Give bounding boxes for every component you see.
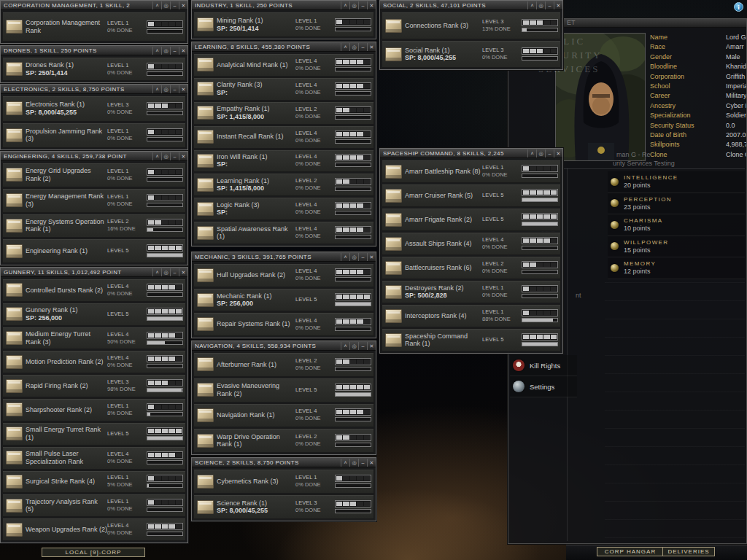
skill-row[interactable]: Amarr Frigate Rank (2) LEVEL 5	[382, 208, 561, 231]
close-icon[interactable]: ✕	[179, 1, 187, 9]
skill-row[interactable]: Controlled Bursts Rank (2) LEVEL 4 0% DO…	[2, 279, 186, 302]
skill-row[interactable]: Gunnery Rank (1) SP: 256,000 LEVEL 5	[2, 303, 186, 326]
skill-row[interactable]: Mechanic Rank (1) SP: 256,000 LEVEL 5	[193, 288, 374, 312]
skill-row[interactable]: Warp Drive Operation Rank (1) LEVEL 2 0%…	[193, 428, 374, 453]
window-titlebar[interactable]: SCIENCE, 2 SKILLS, 8,750 POINTS ˄◎–✕	[192, 458, 376, 467]
skill-row[interactable]: Social Rank (1) SP: 8,000/45,255 LEVEL 3…	[382, 40, 561, 68]
pin-icon[interactable]: ◎	[161, 85, 170, 93]
skill-row[interactable]: Amarr Cruiser Rank (5) LEVEL 5	[382, 184, 561, 207]
skill-row[interactable]: Energy Management Rank (3) LEVEL 1 0% DO…	[2, 188, 186, 213]
skill-row[interactable]: Learning Rank (1) SP: 1,415/8,000 LEVEL …	[193, 173, 374, 196]
pin-icon[interactable]: ◎	[349, 342, 358, 350]
close-icon[interactable]: ✕	[367, 43, 376, 51]
roll-up-icon[interactable]: ˄	[152, 1, 161, 9]
window-titlebar[interactable]: GUNNERY, 11 SKILLS, 1,012,492 POINT ˄◎–✕	[1, 268, 187, 277]
skill-row[interactable]: Destroyers Rank (2) SP: 500/2,828 LEVEL …	[382, 280, 561, 303]
close-icon[interactable]: ✕	[179, 268, 187, 276]
close-icon[interactable]: ✕	[554, 1, 562, 9]
skill-row[interactable]: Afterburner Rank (1) LEVEL 2 0% DONE	[193, 352, 374, 377]
skill-row[interactable]: Interceptors Rank (4) LEVEL 1 88% DONE	[382, 304, 561, 327]
window-titlebar[interactable]: DRONES, 1 SKILL, 250 POINTS ˄◎–✕	[1, 46, 187, 55]
skill-row[interactable]: Logic Rank (3) SP: LEVEL 4 0% DONE	[193, 197, 374, 220]
minimize-icon[interactable]: –	[358, 253, 367, 261]
minimize-icon[interactable]: –	[358, 43, 367, 51]
skill-row[interactable]: Clarity Rank (3) SP: LEVEL 4 0% DONE	[193, 77, 374, 101]
skill-row[interactable]: Sharpshooter Rank (2) LEVEL 1 8% DONE	[2, 398, 186, 421]
pin-icon[interactable]: ◎	[536, 149, 545, 158]
minimize-icon[interactable]: –	[170, 47, 179, 55]
window-titlebar[interactable]: LEARNING, 8 SKILLS, 455,380 POINTS ˄◎–✕	[192, 42, 376, 52]
pin-icon[interactable]: ◎	[536, 1, 545, 9]
skill-row[interactable]: Small Pulse Laser Specialization Rank LE…	[2, 446, 186, 470]
roll-up-icon[interactable]: ˄	[152, 85, 161, 93]
skill-row[interactable]: Spatial Awareness Rank (1) LEVEL 4 0% DO…	[193, 221, 374, 244]
skill-row[interactable]: Iron Will Rank (1) SP: LEVEL 4 0% DONE	[193, 149, 374, 173]
minimize-icon[interactable]: –	[170, 1, 179, 9]
roll-up-icon[interactable]: ˄	[341, 459, 349, 467]
close-icon[interactable]: ✕	[367, 1, 376, 9]
deliveries-button[interactable]: DELIVERIES	[662, 547, 715, 556]
skill-row[interactable]: Rapid Firing Rank (2) LEVEL 3 98% DONE	[2, 374, 186, 397]
minimize-icon[interactable]: –	[170, 85, 179, 93]
close-icon[interactable]: ✕	[367, 253, 376, 261]
skill-row[interactable]: Navigation Rank (1) LEVEL 4 0% DONE	[193, 403, 374, 428]
skill-row[interactable]: Corporation Management Rank LEVEL 1 0% D…	[2, 12, 186, 42]
close-icon[interactable]: ✕	[179, 85, 187, 93]
roll-up-icon[interactable]: ˄	[341, 342, 349, 350]
pin-icon[interactable]: ◎	[161, 1, 170, 9]
roll-up-icon[interactable]: ˄	[341, 1, 349, 9]
skill-row[interactable]: Engineering Rank (1) LEVEL 5	[2, 238, 186, 263]
pin-icon[interactable]: ◎	[349, 459, 358, 467]
skill-row[interactable]: Assault Ships Rank (4) LEVEL 4 0% DONE	[382, 232, 561, 255]
close-icon[interactable]: ✕	[367, 342, 376, 350]
window-titlebar[interactable]: NAVIGATION, 4 SKILLS, 558,934 POINTS ˄◎–…	[192, 341, 376, 351]
window-titlebar[interactable]: INDUSTRY, 1 SKILL, 250 POINTS ˄◎–✕	[192, 1, 376, 10]
window-titlebar[interactable]: ELECTRONICS, 2 SKILLS, 8,750 POINTS ˄◎–✕	[1, 85, 187, 94]
minimize-icon[interactable]: –	[170, 268, 179, 276]
skill-row[interactable]: Amarr Battleship Rank (8) LEVEL 1 0% DON…	[382, 160, 561, 183]
skill-row[interactable]: Propulsion Jamming Rank (3) LEVEL 1 0% D…	[2, 122, 186, 149]
skill-row[interactable]: Medium Energy Turret Rank (3) LEVEL 4 50…	[2, 327, 186, 350]
skill-row[interactable]: Empathy Rank (1) SP: 1,415/8,000 LEVEL 2…	[193, 101, 374, 125]
skill-row[interactable]: Motion Prediction Rank (2) LEVEL 4 0% DO…	[2, 350, 186, 373]
close-icon[interactable]: ✕	[179, 47, 187, 55]
minimize-icon[interactable]: –	[358, 459, 367, 467]
corp-hangar-button[interactable]: CORP HANGAR	[597, 547, 664, 556]
roll-up-icon[interactable]: ˄	[152, 152, 161, 160]
minimize-icon[interactable]: –	[545, 1, 554, 9]
skill-row[interactable]: Electronics Rank (1) SP: 8,000/45,255 LE…	[2, 96, 186, 122]
window-titlebar[interactable]: CORPORATION MANAGEMENT, 1 SKILL, 2 ˄◎–✕	[1, 1, 187, 10]
skill-row[interactable]: Evasive Maneuvering Rank (2) LEVEL 5	[193, 378, 374, 402]
skill-row[interactable]: Surgical Strike Rank (4) LEVEL 1 5% DONE	[2, 470, 186, 494]
skill-row[interactable]: Repair Systems Rank (1) LEVEL 4 0% DONE	[193, 312, 374, 336]
window-titlebar[interactable]: SOCIAL, 2 SKILLS, 47,101 POINTS ˄◎–✕	[380, 1, 562, 10]
minimize-icon[interactable]: –	[358, 1, 367, 9]
pin-icon[interactable]: ◎	[349, 43, 358, 51]
skill-row[interactable]: Science Rank (1) SP: 8,000/45,255 LEVEL …	[193, 494, 374, 519]
skill-row[interactable]: Cybernetics Rank (3) LEVEL 1 0% DONE	[193, 469, 374, 494]
skill-row[interactable]: Connections Rank (3) LEVEL 3 13% DONE	[382, 12, 561, 39]
roll-up-icon[interactable]: ˄	[527, 1, 536, 9]
local-chat-button[interactable]: LOCAL [9]-CORP	[42, 548, 145, 557]
info-icon[interactable]: i	[734, 2, 743, 12]
window-titlebar[interactable]: ENGINEERING, 4 SKILLS, 259,738 POINT ˄◎–…	[1, 152, 187, 161]
roll-up-icon[interactable]: ˄	[341, 43, 349, 51]
skill-row[interactable]: Weapon Upgrades Rank (2) LEVEL 4 0% DONE	[2, 518, 186, 541]
minimize-icon[interactable]: –	[358, 342, 367, 350]
close-icon[interactable]: ✕	[179, 152, 187, 160]
skill-row[interactable]: Hull Upgrades Rank (2) LEVEL 4 0% DONE	[193, 263, 374, 287]
skill-row[interactable]: Instant Recall Rank (1) LEVEL 4 0% DONE	[193, 125, 374, 149]
minimize-icon[interactable]: –	[170, 152, 179, 160]
roll-up-icon[interactable]: ˄	[341, 253, 349, 261]
skill-row[interactable]: Spaceship Command Rank (1) LEVEL 5	[382, 328, 561, 351]
roll-up-icon[interactable]: ˄	[527, 149, 536, 158]
skill-row[interactable]: Energy Systems Operation Rank (1) LEVEL …	[2, 214, 186, 238]
close-icon[interactable]: ✕	[367, 459, 376, 467]
skill-row[interactable]: Small Energy Turret Rank (1) LEVEL 5	[2, 422, 186, 446]
skill-row[interactable]: Mining Rank (1) SP: 250/1,414 LEVEL 1 0%…	[193, 12, 374, 37]
close-icon[interactable]: ✕	[554, 149, 562, 158]
window-titlebar[interactable]: MECHANIC, 3 SKILLS, 391,765 POINTS ˄◎–✕	[192, 252, 376, 262]
pin-icon[interactable]: ◎	[349, 1, 358, 9]
skill-row[interactable]: Trajectory Analysis Rank (5) LEVEL 1 0% …	[2, 494, 186, 517]
roll-up-icon[interactable]: ˄	[152, 47, 161, 55]
